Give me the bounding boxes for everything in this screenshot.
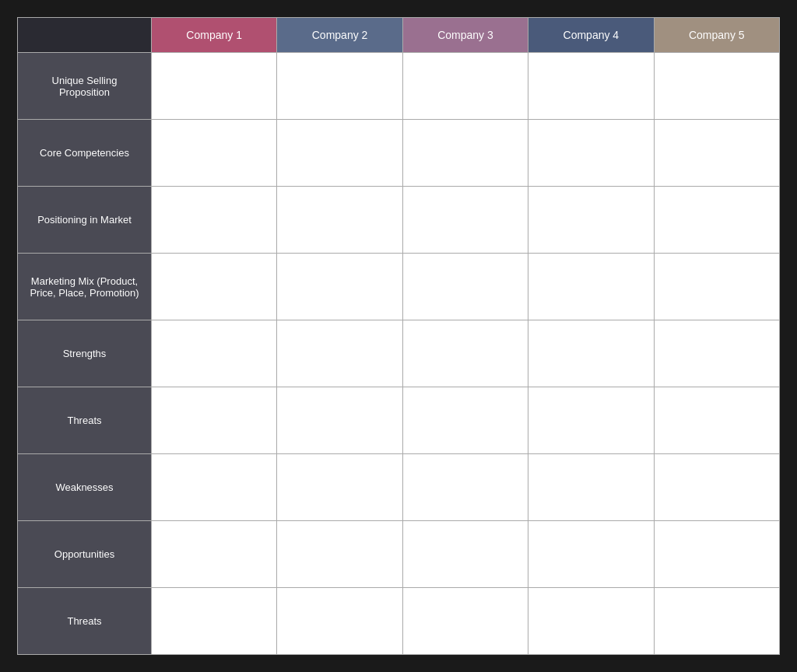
cell-strengths-company4[interactable]	[528, 320, 654, 387]
header-company2: Company 2	[277, 18, 402, 53]
cell-threats-1-company2[interactable]	[277, 387, 402, 454]
cell-unique-selling-proposition-company5[interactable]	[654, 53, 779, 120]
cell-threats-2-company4[interactable]	[528, 588, 654, 655]
row-label-marketing-mix: Marketing Mix (Product, Price, Place, Pr…	[18, 254, 152, 320]
cell-marketing-mix-company1[interactable]	[151, 254, 276, 320]
cell-core-competencies-company1[interactable]	[151, 120, 276, 187]
cell-positioning-in-market-company3[interactable]	[402, 187, 528, 254]
cell-strengths-company2[interactable]	[277, 320, 402, 387]
cell-threats-2-company1[interactable]	[151, 588, 276, 655]
cell-weaknesses-company4[interactable]	[528, 454, 654, 521]
comparison-table: Company 1 Company 2 Company 3 Company 4 …	[17, 17, 780, 655]
cell-unique-selling-proposition-company4[interactable]	[528, 53, 654, 120]
cell-strengths-company5[interactable]	[654, 320, 779, 387]
header-company3: Company 3	[402, 18, 528, 53]
cell-unique-selling-proposition-company3[interactable]	[402, 53, 528, 120]
cell-marketing-mix-company3[interactable]	[402, 254, 528, 320]
cell-threats-1-company4[interactable]	[528, 387, 654, 454]
cell-core-competencies-company5[interactable]	[654, 120, 779, 187]
cell-core-competencies-company3[interactable]	[402, 120, 528, 187]
cell-positioning-in-market-company4[interactable]	[528, 187, 654, 254]
cell-opportunities-company4[interactable]	[528, 521, 654, 588]
cell-marketing-mix-company4[interactable]	[528, 254, 654, 320]
row-label-positioning-in-market: Positioning in Market	[18, 187, 152, 254]
cell-weaknesses-company5[interactable]	[654, 454, 779, 521]
row-label-unique-selling-proposition: Unique Selling Proposition	[18, 53, 152, 120]
cell-unique-selling-proposition-company1[interactable]	[151, 53, 276, 120]
header-company5: Company 5	[654, 18, 779, 53]
cell-core-competencies-company4[interactable]	[528, 120, 654, 187]
header-empty-cell	[18, 18, 152, 53]
cell-weaknesses-company1[interactable]	[151, 454, 276, 521]
cell-positioning-in-market-company1[interactable]	[151, 187, 276, 254]
cell-opportunities-company2[interactable]	[277, 521, 402, 588]
cell-positioning-in-market-company2[interactable]	[277, 187, 402, 254]
row-label-core-competencies: Core Competencies	[18, 120, 152, 187]
cell-threats-2-company5[interactable]	[654, 588, 779, 655]
cell-weaknesses-company3[interactable]	[402, 454, 528, 521]
header-company4: Company 4	[528, 18, 654, 53]
row-label-weaknesses: Weaknesses	[18, 454, 152, 521]
cell-marketing-mix-company2[interactable]	[277, 254, 402, 320]
row-label-strengths: Strengths	[18, 320, 152, 387]
cell-threats-2-company3[interactable]	[402, 588, 528, 655]
cell-threats-1-company3[interactable]	[402, 387, 528, 454]
cell-threats-1-company5[interactable]	[654, 387, 779, 454]
cell-threats-2-company2[interactable]	[277, 588, 402, 655]
cell-opportunities-company3[interactable]	[402, 521, 528, 588]
cell-strengths-company1[interactable]	[151, 320, 276, 387]
row-label-threats-2: Threats	[18, 588, 152, 655]
cell-weaknesses-company2[interactable]	[277, 454, 402, 521]
row-label-opportunities: Opportunities	[18, 521, 152, 588]
row-label-threats-1: Threats	[18, 387, 152, 454]
header-company1: Company 1	[151, 18, 276, 53]
cell-core-competencies-company2[interactable]	[277, 120, 402, 187]
cell-positioning-in-market-company5[interactable]	[654, 187, 779, 254]
cell-opportunities-company5[interactable]	[654, 521, 779, 588]
cell-strengths-company3[interactable]	[402, 320, 528, 387]
cell-unique-selling-proposition-company2[interactable]	[277, 53, 402, 120]
cell-opportunities-company1[interactable]	[151, 521, 276, 588]
cell-threats-1-company1[interactable]	[151, 387, 276, 454]
cell-marketing-mix-company5[interactable]	[654, 254, 779, 320]
